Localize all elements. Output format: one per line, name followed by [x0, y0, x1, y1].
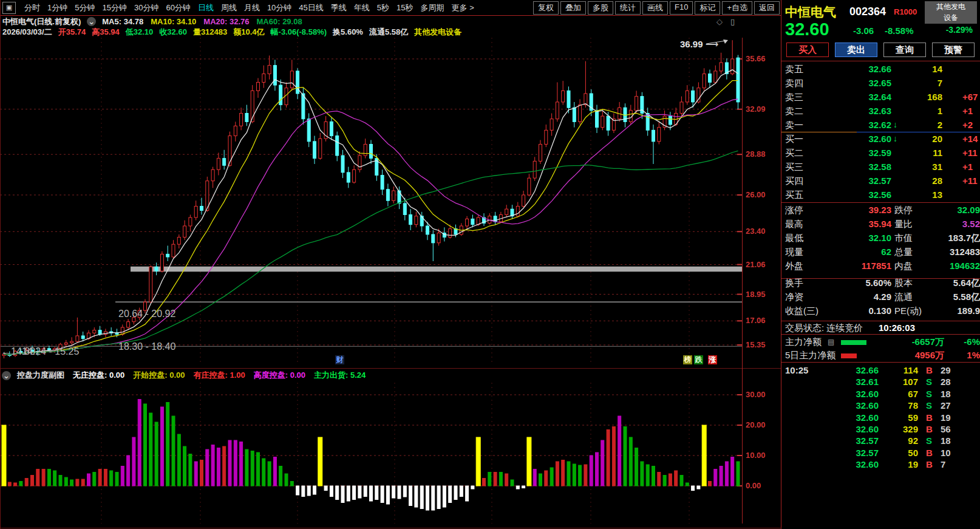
price-change-pct: -8.58% — [885, 26, 914, 36]
ohlc-item: 换5.60% — [333, 27, 363, 38]
order-volume: 28 — [932, 176, 942, 186]
price-axis-label: 17.06 — [746, 316, 766, 325]
period-tab-45日线[interactable]: 45日线 — [295, 2, 327, 13]
period-tab-更多 >[interactable]: 更多 > — [448, 2, 478, 13]
order-level-label: 卖一 — [785, 120, 803, 131]
ohlc-item: 2026/03/03/二 — [2, 27, 52, 38]
toolbar-button-复权[interactable]: 复权 — [533, 1, 559, 15]
action-button-卖出[interactable]: 卖出 — [835, 43, 877, 57]
tick-volume: 92 — [908, 435, 918, 446]
chevron-down-icon[interactable]: ⌄ — [87, 17, 96, 26]
indicator-value: 有庄控盘: 1.00 — [194, 370, 245, 381]
window-icon[interactable]: ▣ — [2, 2, 16, 14]
action-button-查询[interactable]: 查询 — [883, 43, 926, 57]
period-tab-15分钟[interactable]: 15分钟 — [98, 2, 130, 13]
toolbar-button-统计[interactable]: 统计 — [615, 1, 641, 15]
action-button-买入[interactable]: 买入 — [786, 43, 829, 57]
tick-price: 32.66 — [856, 365, 879, 375]
tick-side: B — [926, 448, 933, 458]
period-tab-季线[interactable]: 季线 — [327, 2, 350, 13]
toolbar-button-+自选[interactable]: +自选 — [722, 1, 752, 15]
order-delta: +14 — [962, 134, 978, 144]
order-price: 32.63 — [868, 106, 891, 116]
period-tab-30分钟[interactable]: 30分钟 — [131, 2, 162, 13]
tick-extra: 28 — [941, 377, 951, 387]
period-tab-5分钟[interactable]: 5分钟 — [71, 2, 98, 13]
period-tab-分时[interactable]: 分时 — [21, 2, 44, 13]
ohlc-item: 流通5.58亿 — [369, 27, 408, 38]
event-marker-财[interactable]: 财 — [335, 355, 344, 364]
period-tab-年线[interactable]: 年线 — [350, 2, 373, 13]
order-volume: 31 — [932, 162, 942, 172]
tick-extra: 19 — [941, 412, 951, 423]
tick-extra: 7 — [941, 459, 945, 469]
stat-value: 0.130 — [868, 305, 891, 316]
ma-legend: MA5: 34.78MA10: 34.10MA20: 32.76MA60: 29… — [102, 17, 302, 26]
order-level-label: 买四 — [785, 176, 803, 187]
order-volume: 13 — [932, 189, 942, 200]
order-volume: 1 — [937, 106, 942, 116]
event-marker-榜[interactable]: 榜 — [683, 355, 692, 364]
period-tab-1分钟[interactable]: 1分钟 — [44, 2, 71, 13]
stat-label: 量比 — [894, 219, 913, 230]
panel-separator — [781, 334, 980, 335]
candlestick-chart[interactable] — [0, 38, 742, 364]
order-price: 32.64 — [868, 92, 891, 102]
ohlc-item: 低32.10 — [126, 27, 154, 38]
detail-list-icon[interactable]: ▤ — [828, 338, 834, 346]
stat-label: 总量 — [894, 247, 913, 258]
period-tab-多周期[interactable]: 多周期 — [417, 2, 448, 13]
panel-toggle-icon[interactable]: ▯ — [730, 17, 735, 26]
stat-label: 净资 — [785, 292, 803, 303]
ma-value: MA10: 34.10 — [151, 17, 196, 26]
price-axis-label: 35.66 — [746, 54, 766, 63]
period-tab-月线[interactable]: 月线 — [240, 2, 264, 13]
trading-terminal: ▣ 分时1分钟5分钟15分钟30分钟60分钟日线周线月线10分钟45日线季线年线… — [0, 0, 980, 529]
stat-value: 189.9 — [957, 305, 980, 316]
toolbar-button-标记[interactable]: 标记 — [695, 1, 720, 15]
tick-side: S — [926, 400, 932, 411]
action-button-预警[interactable]: 预警 — [932, 43, 975, 57]
order-price: 32.57 — [868, 176, 891, 186]
tick-volume: 19 — [908, 459, 918, 469]
down-arrow-icon: ↓ — [893, 134, 897, 143]
price-axis-label: 32.09 — [746, 104, 766, 114]
ohlc-item: 幅-3.06(-8.58%) — [271, 27, 327, 38]
stat-value: 39.23 — [868, 205, 891, 215]
order-price: 32.60 — [868, 134, 891, 144]
period-tab-15秒[interactable]: 15秒 — [393, 2, 417, 13]
stat-value: 5.58亿 — [953, 292, 980, 303]
tick-volume: 50 — [908, 448, 918, 458]
stat-label: 最高 — [785, 219, 803, 230]
toolbar-button-F10[interactable]: F10 — [670, 1, 693, 15]
order-level-label: 买三 — [785, 162, 803, 173]
industry-badge[interactable]: 其他发电设备 — [925, 1, 977, 24]
stat-label: 换手 — [785, 278, 803, 289]
indicator-value: 高度控盘: 0.00 — [254, 370, 305, 381]
period-tab-60分钟[interactable]: 60分钟 — [162, 2, 194, 13]
stat-label: 现量 — [785, 247, 803, 258]
indicator-chart[interactable] — [0, 383, 742, 524]
toolbar-button-叠加[interactable]: 叠加 — [560, 1, 586, 15]
toolbar-button-返回[interactable]: 返回 — [754, 1, 780, 15]
stat-value: 5.64亿 — [953, 278, 980, 289]
period-tab-10分钟[interactable]: 10分钟 — [264, 2, 295, 13]
tick-price: 32.57 — [856, 448, 879, 458]
collapse-icon[interactable]: ⌄ — [2, 371, 11, 380]
tick-price: 32.61 — [856, 377, 879, 387]
toolbar-button-多股[interactable]: 多股 — [588, 1, 613, 15]
event-marker-涨[interactable]: 涨 — [708, 355, 717, 364]
stat-value: 62 — [881, 247, 891, 257]
event-marker-跌[interactable]: 跌 — [694, 355, 703, 364]
subchart-legend: 控盘力度副图无庄控盘: 0.00开始控盘: 0.00有庄控盘: 1.00高度控盘… — [17, 370, 366, 381]
axis-line — [742, 38, 743, 524]
indicator-value: 开始控盘: 0.00 — [133, 370, 185, 381]
toolbar-button-画线[interactable]: 画线 — [642, 1, 668, 15]
period-tab-周线[interactable]: 周线 — [217, 2, 240, 13]
indicator-value: 控盘力度副图 — [17, 370, 64, 381]
stat-value: 4.29 — [874, 292, 891, 302]
line-annotation: 18.30 - 18.40 — [118, 341, 175, 352]
trade-status: 交易状态: 连续竞价 — [785, 323, 863, 334]
period-tab-5秒[interactable]: 5秒 — [373, 2, 393, 13]
period-tab-日线[interactable]: 日线 — [194, 2, 217, 13]
